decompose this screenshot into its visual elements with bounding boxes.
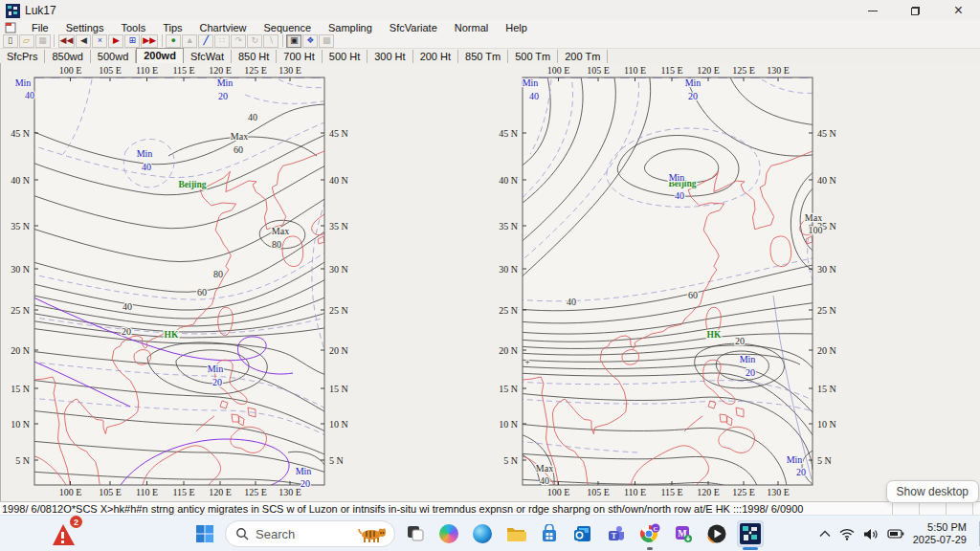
teams-icon: T [607,524,626,543]
window-controls: × [851,0,980,21]
tab-500wd[interactable]: 500wd [91,50,136,63]
outlook-button[interactable] [569,520,596,547]
menu-help[interactable]: Help [497,22,536,33]
tab-300ht[interactable]: 300 Ht [368,50,412,63]
tab-200tm[interactable]: 200 Tm [558,50,608,63]
city-label: HK [165,330,179,340]
min-label: 40 [25,90,34,100]
lon-label-bottom: 115 E [172,487,194,497]
lon-label-top: 120 E [697,65,720,76]
lon-label-bottom: 115 E [660,487,682,497]
panels-button[interactable]: ▣ [286,34,301,48]
lat-label-left: 45 N [499,128,518,139]
status-text: 1998/ 6/0812O*SCS X>hk#h#n strng anticy … [2,503,803,515]
luk17-app-icon [740,523,761,544]
restore-icon [911,7,920,15]
system-tray: 5:50 PM 2025-07-29 [819,516,967,551]
lon-label-top: 120 E [209,65,232,76]
lat-label-left: 30 N [499,264,518,275]
rotate-button: ↻ [247,34,262,48]
battery-icon[interactable] [887,528,904,540]
lon-label-bottom: 110 E [624,487,646,497]
menu-settings[interactable]: Settings [57,22,113,33]
menu-normal[interactable]: Normal [446,22,497,33]
teams-button[interactable]: T [603,520,630,547]
lon-label-top: 105 E [99,65,122,76]
tab-500ht[interactable]: 500 Ht [323,50,368,63]
chrome-button[interactable]: C [636,520,663,547]
toolbar: ▯▱▦◀◀◀×▶⊞▶▶●▲╱∷↷↻∖▣❖▩ [0,33,980,49]
dotted-grid-icon: ∷ [219,36,225,45]
menu-sampling[interactable]: Sampling [320,22,381,33]
lat-label-right: 25 N [329,305,348,316]
search-icon [235,527,249,540]
lon-label-bottom: 100 E [547,487,570,497]
active-indicator [743,547,758,550]
notes-icon [5,22,17,33]
tab-700ht[interactable]: 700 Ht [277,50,322,63]
copilot-button[interactable] [435,520,462,547]
tab-200ht[interactable]: 200 Ht [413,50,458,63]
taskbar-center: Search [191,516,764,551]
close-button[interactable]: × [937,0,980,21]
min-label: Min [15,77,32,88]
contour-label: 40 [540,475,549,486]
tab-200wd[interactable]: 200wd [136,48,184,64]
wifi-icon[interactable] [839,528,855,540]
tray-chevron-icon[interactable] [819,530,831,538]
clock[interactable]: 5:50 PM 2025-07-29 [913,521,967,546]
menu-sequence[interactable]: Sequence [255,22,320,33]
m365-button[interactable]: M [670,520,697,547]
edge-button[interactable] [469,520,496,547]
store-button[interactable] [536,520,563,547]
start-button[interactable] [191,520,218,547]
tab-sfcwat[interactable]: SfcWat [184,50,232,63]
file-explorer-button[interactable] [502,520,529,547]
delete-button[interactable]: × [92,34,107,48]
task-view-button[interactable] [402,520,429,547]
menu-tools[interactable]: Tools [112,22,154,33]
menu-chartview[interactable]: Chartview [191,22,256,33]
contour-label: + [524,357,530,367]
lat-label-left: 35 N [11,221,30,231]
step-back-button[interactable]: ◀ [76,34,91,48]
lat-label-left: 25 N [11,305,30,316]
lon-label-bottom: 125 E [732,487,755,497]
lon-label-top: 130 E [278,65,301,76]
minimize-button[interactable] [851,0,894,21]
map-left: 100 E100 E105 E105 E110 E110 E115 E115 E… [1,65,363,501]
menu-tips[interactable]: Tips [154,22,190,33]
min-label: 20 [218,91,228,101]
pen-button[interactable]: ╱ [198,34,213,48]
tab-sfcprs[interactable]: SfcPrs [0,50,45,63]
curve-button: ↷ [231,34,246,48]
play-button[interactable]: ▶ [108,34,123,48]
new-document-button[interactable]: ▯ [3,34,18,48]
volume-icon[interactable] [863,528,879,540]
widgets-button[interactable]: 2 [50,520,78,549]
pattern-icon: ▩ [323,36,331,45]
tab-500tm[interactable]: 500 Tm [508,50,558,63]
luk17-taskbar-button[interactable] [737,520,764,547]
windows-colored-button[interactable]: ❖ [302,34,318,48]
restore-button[interactable] [894,0,937,21]
fast-forward-button[interactable]: ▶▶ [141,34,158,48]
search-box[interactable]: Search [225,520,395,547]
search-placeholder: Search [256,527,351,541]
globe-button[interactable]: ● [166,34,181,48]
tab-850ht[interactable]: 850 Ht [232,50,277,63]
lat-label-left: 15 N [11,384,30,394]
tab-850tm[interactable]: 850 Tm [458,50,508,63]
min-label: Min [787,454,803,465]
media-player-button[interactable] [703,520,730,547]
menu-file[interactable]: File [23,22,57,33]
menu-sfcvariate[interactable]: SfcVariate [381,22,446,33]
zoom-box-button[interactable]: ⊞ [124,34,140,48]
tabbar: SfcPrs850wd500wd200wdSfcWat850 Ht700 Ht5… [0,49,980,64]
menubar: FileSettingsToolsTipsChartviewSequenceSa… [0,21,980,33]
rewind-button[interactable]: ◀◀ [58,34,76,48]
open-folder-button[interactable]: ▱ [19,34,34,48]
statusbar-divider [946,503,947,515]
tab-850wd[interactable]: 850wd [45,50,90,63]
outlook-icon [573,524,592,543]
